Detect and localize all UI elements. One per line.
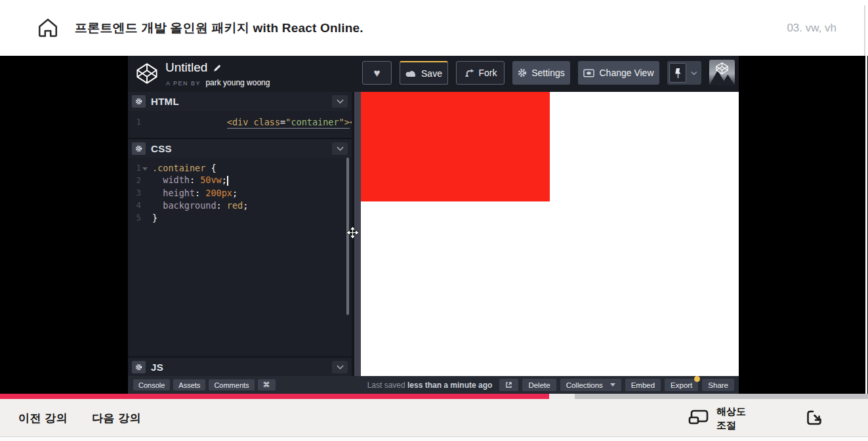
codepen-logo-icon[interactable] xyxy=(135,62,159,88)
previous-lecture-button[interactable]: 이전 강의 xyxy=(18,399,68,437)
css-code-line: 1 .container { xyxy=(128,161,352,174)
html-code-line: 1 <div class="container"></div> xyxy=(128,116,352,128)
player-control-bar: 이전 강의 다음 강의 해상도 조절 xyxy=(0,399,868,437)
save-button[interactable]: Save xyxy=(400,61,448,85)
token: { xyxy=(205,163,216,173)
video-progress-buffered xyxy=(549,394,574,399)
line-number: 5 xyxy=(128,213,141,222)
css-code-editor[interactable]: 1 .container { 2 width: 50vw; 3 height: … xyxy=(128,158,352,356)
delete-button[interactable]: Delete xyxy=(522,379,556,391)
resolution-icon xyxy=(688,410,709,427)
html-code-editor[interactable]: 1 <div class="container"></div> xyxy=(128,111,352,138)
embed-button[interactable]: Embed xyxy=(625,379,661,391)
last-saved-status: Last saved less than a minute ago xyxy=(367,381,493,390)
js-panel-title: JS xyxy=(151,362,163,373)
console-button[interactable]: Console xyxy=(133,379,170,390)
export-label: Export xyxy=(671,381,692,389)
edit-pencil-icon[interactable] xyxy=(213,64,222,72)
js-settings-gear-icon[interactable] xyxy=(132,361,146,373)
css-settings-gear-icon[interactable] xyxy=(132,142,146,155)
change-view-button[interactable]: Change View xyxy=(578,61,659,85)
token: : xyxy=(217,200,227,211)
command-icon: ⌘ xyxy=(263,381,270,389)
token: ; xyxy=(232,188,238,198)
pen-title-text: Untitled xyxy=(165,60,207,75)
like-button[interactable]: ♥ xyxy=(362,61,392,85)
settings-button[interactable]: Settings xyxy=(512,61,570,85)
pin-button[interactable] xyxy=(669,63,686,83)
chevron-down-icon[interactable] xyxy=(691,71,697,75)
js-panel-header: JS xyxy=(128,358,352,377)
comments-button[interactable]: Comments xyxy=(209,379,254,390)
token: red xyxy=(227,200,243,211)
fork-icon xyxy=(464,69,474,77)
resize-cursor-icon xyxy=(347,227,358,241)
line-number: 2 xyxy=(128,175,141,185)
pin-split-button[interactable] xyxy=(667,61,701,85)
view-icon xyxy=(583,69,594,77)
token: = xyxy=(280,117,285,127)
share-button[interactable]: Share xyxy=(702,379,734,391)
fullscreen-button[interactable] xyxy=(806,399,825,437)
lecture-topbar: 프론트엔드 개발 올인원 패키지 with React Online. 03. … xyxy=(0,0,868,56)
pen-author[interactable]: park young woong xyxy=(205,78,270,87)
notification-dot xyxy=(694,376,700,382)
screen: 프론트엔드 개발 올인원 패키지 with React Online. 03. … xyxy=(0,0,868,441)
dropdown-arrow-icon xyxy=(610,383,615,387)
codepen-header-buttons: ♥ Save Fork xyxy=(362,61,735,85)
footer-right-buttons: Last saved less than a minute ago Delete… xyxy=(367,379,734,391)
css-code-line: 5 } xyxy=(128,211,352,224)
token xyxy=(152,188,163,198)
fork-button[interactable]: Fork xyxy=(456,61,505,85)
assets-button[interactable]: Assets xyxy=(173,379,205,390)
token: width xyxy=(163,175,190,185)
css-code-line: 4 background: red; xyxy=(128,199,352,211)
save-label: Save xyxy=(421,68,442,79)
token: height xyxy=(163,188,195,198)
fold-arrow-icon[interactable] xyxy=(142,167,148,171)
home-button[interactable] xyxy=(35,15,61,41)
js-collapse-button[interactable] xyxy=(332,361,348,373)
open-live-view-button[interactable] xyxy=(499,379,518,391)
preview-pane xyxy=(361,92,739,376)
next-lecture-button[interactable]: 다음 강의 xyxy=(92,399,141,437)
preview-red-container xyxy=(361,92,550,201)
token: : xyxy=(190,175,200,185)
pen-title[interactable]: Untitled xyxy=(165,60,222,75)
chevron-down-icon xyxy=(337,146,344,151)
video-area[interactable]: Untitled A PEN BY park young woong ♥ xyxy=(0,56,868,399)
export-button[interactable]: Export xyxy=(665,379,698,391)
resolution-label: 해상도 조절 xyxy=(716,404,746,432)
html-settings-gear-icon[interactable] xyxy=(132,95,146,108)
collections-dropdown[interactable]: Collections xyxy=(560,379,621,391)
cloud-icon xyxy=(405,70,417,77)
token: container xyxy=(291,117,339,127)
external-link-icon xyxy=(505,381,512,388)
pin-icon xyxy=(674,68,682,79)
heart-icon: ♥ xyxy=(373,68,380,79)
video-progress-bar[interactable] xyxy=(0,394,868,399)
codepen-header: Untitled A PEN BY park young woong ♥ xyxy=(128,56,739,92)
collections-label: Collections xyxy=(566,381,603,389)
resolution-control-button[interactable]: 해상도 조절 xyxy=(688,399,746,437)
byline-prefix: A PEN BY xyxy=(166,80,201,87)
token: 50vw xyxy=(200,175,222,185)
chevron-down-icon xyxy=(337,365,344,369)
keyboard-shortcuts-button[interactable]: ⌘ xyxy=(258,379,276,390)
token: <div xyxy=(227,117,249,127)
token: "> xyxy=(339,117,350,127)
avatar[interactable] xyxy=(709,60,735,85)
home-icon xyxy=(36,16,60,40)
footer-left-buttons: Console Assets Comments ⌘ xyxy=(133,379,276,390)
pen-byline: A PEN BY park young woong xyxy=(166,78,270,87)
chevron-down-icon xyxy=(337,99,344,104)
css-collapse-button[interactable] xyxy=(332,142,348,155)
line-number: 3 xyxy=(128,188,141,198)
token: background xyxy=(163,200,216,211)
css-panel-header: CSS xyxy=(128,139,352,158)
page-scrollbar[interactable] xyxy=(865,56,867,394)
token: ; xyxy=(243,200,248,211)
editor-column: HTML 1 <div class="container"></div> xyxy=(128,92,352,376)
settings-label: Settings xyxy=(531,68,565,78)
codepen-footer: Console Assets Comments ⌘ Last saved les… xyxy=(128,376,739,394)
